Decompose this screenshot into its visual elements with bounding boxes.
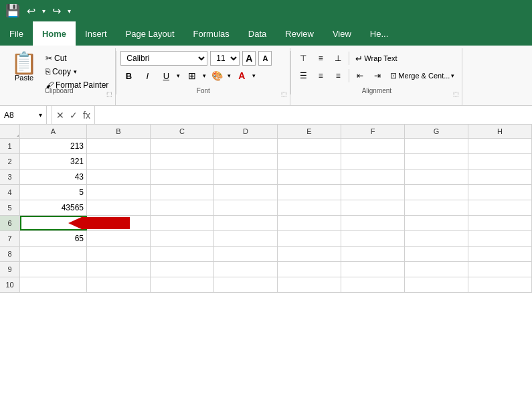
cell-r4c1[interactable]: 5 bbox=[20, 185, 87, 200]
cut-button[interactable]: ✂ Cut bbox=[43, 52, 111, 64]
copy-button[interactable]: ⎘ Copy ▾ bbox=[43, 66, 111, 78]
cell-r1c5[interactable] bbox=[278, 139, 341, 153]
decrease-indent-button[interactable]: ⇤ bbox=[352, 68, 368, 83]
cell-r8c1[interactable] bbox=[20, 247, 87, 261]
top-align-button[interactable]: ⊤ bbox=[295, 51, 311, 66]
cell-r10c8[interactable] bbox=[468, 277, 532, 292]
cell-r4c2[interactable] bbox=[87, 185, 151, 200]
col-header-D[interactable]: D bbox=[214, 125, 278, 138]
cell-r9c2[interactable] bbox=[87, 262, 151, 277]
row-header-8[interactable]: 8 bbox=[0, 247, 20, 261]
cell-r4c6[interactable] bbox=[341, 185, 405, 200]
decrease-font-button[interactable]: A bbox=[258, 51, 272, 66]
font-size-select[interactable]: 11 bbox=[210, 51, 240, 66]
cell-r8c6[interactable] bbox=[341, 247, 405, 261]
paste-button[interactable]: 📋 Paste bbox=[7, 51, 41, 83]
cell-r10c6[interactable] bbox=[341, 277, 405, 292]
undo-button[interactable]: ↩ bbox=[24, 3, 38, 19]
row-header-2[interactable]: 2 bbox=[0, 154, 20, 169]
menu-review[interactable]: Review bbox=[276, 21, 323, 46]
cell-r3c8[interactable] bbox=[468, 170, 532, 184]
underline-button[interactable]: U bbox=[158, 68, 174, 83]
formula-input[interactable] bbox=[95, 111, 532, 120]
fill-color-button[interactable]: 🎨 bbox=[209, 68, 225, 83]
cell-r9c6[interactable] bbox=[341, 262, 405, 277]
cell-r2c2[interactable] bbox=[87, 154, 151, 169]
cell-r6c1[interactable]: 76 bbox=[20, 216, 87, 230]
cell-r4c5[interactable] bbox=[278, 185, 341, 200]
cell-r9c7[interactable] bbox=[405, 262, 468, 277]
col-header-C[interactable]: C bbox=[151, 125, 214, 138]
select-all-icon[interactable] bbox=[0, 125, 20, 138]
cell-r10c1[interactable] bbox=[20, 277, 87, 292]
cell-reference-box[interactable]: A8 ▾ bbox=[0, 106, 47, 124]
font-name-select[interactable]: Calibri bbox=[120, 51, 207, 66]
cell-r10c5[interactable] bbox=[278, 277, 341, 292]
cell-r3c6[interactable] bbox=[341, 170, 405, 184]
menu-home[interactable]: Home bbox=[33, 21, 76, 46]
cell-r4c4[interactable] bbox=[214, 185, 278, 200]
cell-r6c4[interactable] bbox=[214, 216, 278, 230]
fx-button[interactable]: fx bbox=[83, 110, 90, 121]
cell-r6c2[interactable] bbox=[87, 216, 151, 230]
cell-r2c3[interactable] bbox=[151, 154, 214, 169]
cell-r1c1[interactable]: 213 bbox=[20, 139, 87, 153]
cell-r7c1[interactable]: 65 bbox=[20, 231, 87, 246]
cell-r9c4[interactable] bbox=[214, 262, 278, 277]
row-header-10[interactable]: 10 bbox=[0, 277, 20, 292]
increase-indent-button[interactable]: ⇥ bbox=[369, 68, 385, 83]
wrap-text-button[interactable]: ↵ Wrap Text bbox=[352, 51, 400, 66]
borders-button[interactable]: ⊞ bbox=[184, 68, 200, 83]
cell-r3c1[interactable]: 43 bbox=[20, 170, 87, 184]
cell-r6c7[interactable] bbox=[405, 216, 468, 230]
cell-r1c2[interactable] bbox=[87, 139, 151, 153]
cell-r3c2[interactable] bbox=[87, 170, 151, 184]
cell-r1c7[interactable] bbox=[405, 139, 468, 153]
cell-r6c8[interactable] bbox=[468, 216, 532, 230]
cell-r4c8[interactable] bbox=[468, 185, 532, 200]
center-align-button[interactable]: ≡ bbox=[313, 68, 329, 83]
cell-r7c4[interactable] bbox=[214, 231, 278, 246]
cell-r9c8[interactable] bbox=[468, 262, 532, 277]
merge-button[interactable]: ⊡ Merge & Cent... ▾ bbox=[387, 68, 458, 83]
save-icon[interactable]: 💾 bbox=[5, 3, 20, 18]
cell-r5c2[interactable] bbox=[87, 200, 151, 215]
cell-r5c8[interactable] bbox=[468, 200, 532, 215]
row-header-9[interactable]: 9 bbox=[0, 262, 20, 277]
cell-r5c4[interactable] bbox=[214, 200, 278, 215]
cell-r8c4[interactable] bbox=[214, 247, 278, 261]
menu-data[interactable]: Data bbox=[239, 21, 276, 46]
cell-r9c5[interactable] bbox=[278, 262, 341, 277]
col-header-A[interactable]: A bbox=[20, 125, 87, 138]
bold-button[interactable]: B bbox=[120, 68, 137, 83]
cell-r10c3[interactable] bbox=[151, 277, 214, 292]
cell-r6c5[interactable] bbox=[278, 216, 341, 230]
cell-r7c6[interactable] bbox=[341, 231, 405, 246]
cell-r5c3[interactable] bbox=[151, 200, 214, 215]
menu-view[interactable]: View bbox=[323, 21, 361, 46]
row-header-5[interactable]: 5 bbox=[0, 200, 20, 215]
cell-r3c4[interactable] bbox=[214, 170, 278, 184]
middle-align-button[interactable]: ≡ bbox=[313, 51, 329, 66]
cell-r2c6[interactable] bbox=[341, 154, 405, 169]
clipboard-group-arrow[interactable]: ⬚ bbox=[106, 90, 112, 97]
cell-r5c7[interactable] bbox=[405, 200, 468, 215]
cell-r9c1[interactable] bbox=[20, 262, 87, 277]
menu-help[interactable]: He... bbox=[361, 21, 397, 46]
cell-r2c5[interactable] bbox=[278, 154, 341, 169]
cell-r3c7[interactable] bbox=[405, 170, 468, 184]
col-header-H[interactable]: H bbox=[468, 125, 532, 138]
left-align-button[interactable]: ☰ bbox=[295, 68, 311, 83]
col-header-E[interactable]: E bbox=[278, 125, 341, 138]
increase-font-button[interactable]: A bbox=[242, 51, 256, 66]
cell-r2c7[interactable] bbox=[405, 154, 468, 169]
confirm-formula-button[interactable]: ✓ bbox=[70, 110, 78, 121]
cell-r8c3[interactable] bbox=[151, 247, 214, 261]
cell-r7c2[interactable] bbox=[87, 231, 151, 246]
alignment-group-arrow[interactable]: ⬚ bbox=[453, 90, 459, 97]
cancel-formula-button[interactable]: ✕ bbox=[56, 110, 64, 121]
font-color-button[interactable]: A bbox=[234, 68, 250, 83]
italic-button[interactable]: I bbox=[139, 68, 155, 83]
cell-r1c8[interactable] bbox=[468, 139, 532, 153]
cell-r6c6[interactable] bbox=[341, 216, 405, 230]
